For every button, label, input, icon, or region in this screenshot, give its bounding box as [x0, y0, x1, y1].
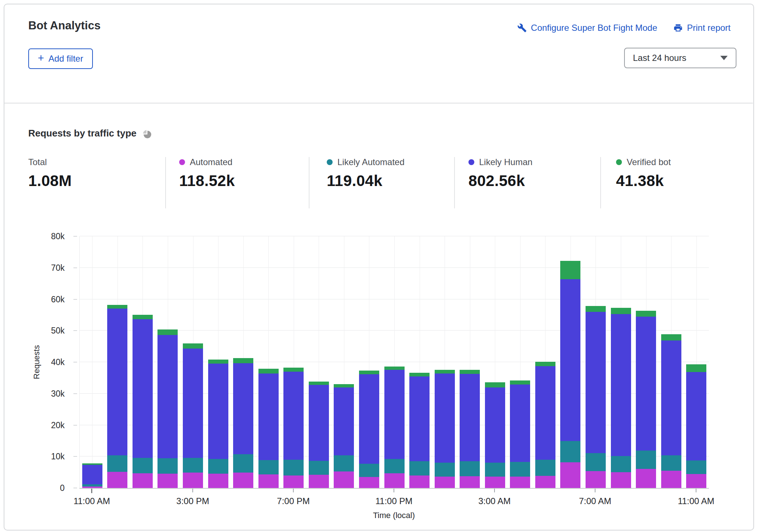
likely-human-segment[interactable]: [535, 366, 555, 460]
likely-human-segment[interactable]: [133, 319, 153, 458]
configure-super-bot-fight-mode-link[interactable]: Configure Super Bot Fight Mode: [517, 23, 657, 33]
automated-segment[interactable]: [636, 469, 656, 488]
likely-human-segment[interactable]: [82, 465, 102, 484]
likely-human-segment[interactable]: [384, 370, 405, 459]
bar-900pm[interactable]: [334, 236, 354, 488]
verified-bot-segment[interactable]: [283, 368, 304, 371]
verified-bot-segment[interactable]: [510, 380, 530, 385]
automated-segment[interactable]: [283, 475, 304, 488]
likely-human-segment[interactable]: [258, 374, 279, 460]
verified-bot-segment[interactable]: [133, 315, 153, 320]
likely-automated-segment[interactable]: [384, 459, 405, 473]
verified-bot-segment[interactable]: [409, 373, 430, 376]
likely-human-segment[interactable]: [283, 372, 304, 460]
likely-human-segment[interactable]: [686, 372, 706, 461]
bar-800pm[interactable]: [309, 236, 329, 488]
bar-1100pm[interactable]: [384, 236, 405, 488]
verified-bot-segment[interactable]: [334, 384, 354, 387]
likely-human-segment[interactable]: [309, 385, 329, 461]
automated-segment[interactable]: [485, 477, 505, 488]
verified-bot-segment[interactable]: [661, 334, 681, 340]
likely-automated-segment[interactable]: [661, 455, 681, 471]
likely-human-segment[interactable]: [409, 376, 430, 462]
likely-automated-segment[interactable]: [183, 458, 203, 473]
verified-bot-segment[interactable]: [157, 329, 178, 335]
likely-automated-segment[interactable]: [560, 441, 580, 462]
likely-automated-segment[interactable]: [157, 458, 178, 474]
verified-bot-segment[interactable]: [208, 360, 228, 364]
bar-600pm[interactable]: [258, 236, 279, 488]
likely-automated-segment[interactable]: [686, 460, 706, 474]
likely-automated-segment[interactable]: [435, 463, 455, 477]
bar-300am[interactable]: [485, 236, 505, 488]
likely-human-segment[interactable]: [636, 317, 656, 451]
verified-bot-segment[interactable]: [309, 382, 329, 385]
bar-600am[interactable]: [560, 236, 580, 488]
automated-segment[interactable]: [409, 475, 430, 488]
automated-segment[interactable]: [611, 472, 631, 488]
bar-1200am[interactable]: [409, 236, 430, 488]
likely-automated-segment[interactable]: [107, 455, 127, 472]
bar-200pm[interactable]: [157, 236, 178, 488]
verified-bot-segment[interactable]: [384, 367, 405, 370]
verified-bot-segment[interactable]: [636, 311, 656, 316]
automated-segment[interactable]: [586, 471, 606, 488]
likely-human-segment[interactable]: [183, 349, 203, 458]
bar-700pm[interactable]: [283, 236, 304, 488]
likely-human-segment[interactable]: [510, 385, 530, 462]
automated-segment[interactable]: [208, 474, 228, 488]
likely-human-segment[interactable]: [334, 387, 354, 455]
automated-segment[interactable]: [359, 477, 379, 488]
likely-human-segment[interactable]: [661, 340, 681, 455]
automated-segment[interactable]: [510, 477, 530, 488]
verified-bot-segment[interactable]: [611, 308, 631, 314]
bar-1200pm[interactable]: [107, 236, 127, 488]
bar-1100am[interactable]: [82, 236, 102, 488]
automated-segment[interactable]: [309, 475, 329, 488]
bar-500am[interactable]: [535, 236, 555, 488]
automated-segment[interactable]: [460, 476, 480, 488]
likely-automated-segment[interactable]: [611, 456, 631, 473]
verified-bot-segment[interactable]: [258, 369, 279, 374]
likely-human-segment[interactable]: [208, 364, 228, 459]
stat-likely-human[interactable]: Likely Human 802.56k: [468, 157, 532, 190]
automated-segment[interactable]: [560, 462, 580, 488]
verified-bot-segment[interactable]: [535, 362, 555, 366]
print-report-link[interactable]: Print report: [673, 23, 731, 33]
bar-1000am[interactable]: [661, 236, 681, 488]
likely-human-segment[interactable]: [435, 374, 455, 463]
bar-400am[interactable]: [510, 236, 530, 488]
verified-bot-segment[interactable]: [82, 463, 102, 464]
automated-segment[interactable]: [384, 473, 405, 488]
automated-segment[interactable]: [233, 473, 253, 488]
bar-400pm[interactable]: [208, 236, 228, 488]
stat-automated[interactable]: Automated 118.52k: [179, 157, 235, 190]
likely-automated-segment[interactable]: [586, 453, 606, 471]
automated-segment[interactable]: [258, 474, 279, 488]
likely-human-segment[interactable]: [586, 312, 606, 453]
stat-verified-bot[interactable]: Verified bot 41.38k: [616, 157, 671, 190]
likely-human-segment[interactable]: [157, 335, 178, 458]
verified-bot-segment[interactable]: [233, 358, 253, 363]
likely-automated-segment[interactable]: [283, 460, 304, 475]
bar-200am[interactable]: [460, 236, 480, 488]
likely-automated-segment[interactable]: [233, 454, 253, 473]
add-filter-button[interactable]: + Add filter: [28, 48, 93, 69]
likely-human-segment[interactable]: [460, 374, 480, 461]
automated-segment[interactable]: [183, 473, 203, 488]
likely-automated-segment[interactable]: [359, 464, 379, 477]
bar-300pm[interactable]: [183, 236, 203, 488]
likely-automated-segment[interactable]: [636, 451, 656, 469]
verified-bot-segment[interactable]: [686, 364, 706, 372]
automated-segment[interactable]: [435, 477, 455, 488]
likely-human-segment[interactable]: [359, 374, 379, 464]
stat-likely-automated[interactable]: Likely Automated 119.04k: [327, 157, 405, 190]
likely-automated-segment[interactable]: [82, 484, 102, 487]
time-range-select[interactable]: Last 24 hours: [624, 48, 736, 68]
automated-segment[interactable]: [107, 472, 127, 488]
likely-automated-segment[interactable]: [460, 461, 480, 476]
bar-1100am[interactable]: [686, 236, 706, 488]
likely-human-segment[interactable]: [233, 363, 253, 455]
likely-automated-segment[interactable]: [485, 463, 505, 477]
verified-bot-segment[interactable]: [586, 306, 606, 312]
